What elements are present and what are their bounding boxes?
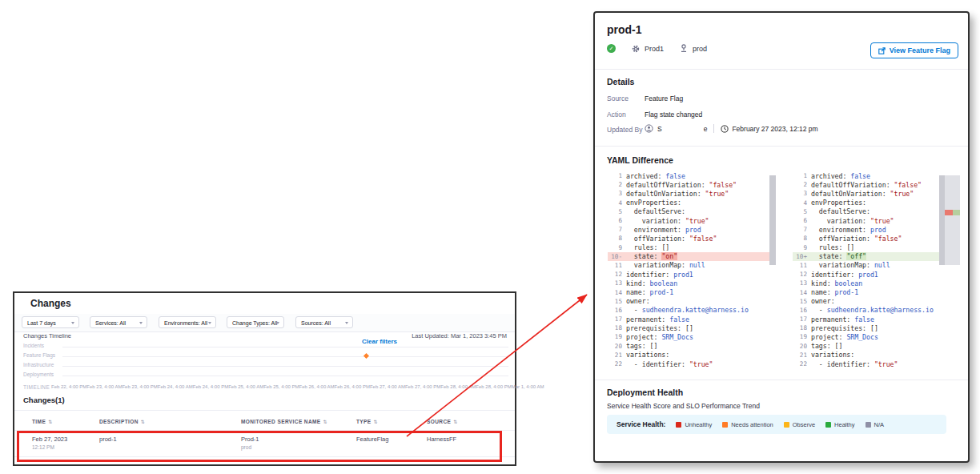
yaml-token: variations: bbox=[626, 351, 669, 359]
legend-color-square bbox=[825, 422, 831, 428]
yaml-token: "false" bbox=[689, 235, 717, 243]
yaml-token: "true" bbox=[705, 190, 729, 198]
timeline-tick-label: Feb 28, 4:00 PM bbox=[476, 384, 511, 389]
yaml-line: 22 - identifier: "true" bbox=[793, 360, 956, 368]
yaml-token: prod bbox=[685, 226, 701, 234]
yaml-token: [] bbox=[685, 324, 693, 332]
cell-source: HarnessFF bbox=[427, 436, 515, 450]
yaml-token: environment: bbox=[811, 226, 870, 234]
changes-table-row[interactable]: Feb 27, 202312:12 PMprod-1Prod-1prodFeat… bbox=[14, 430, 515, 457]
column-header-monitored-service-name[interactable]: MONITORED SERVICE NAME bbox=[241, 419, 356, 424]
yaml-code: defaultOffVariation: "false" bbox=[811, 181, 922, 189]
timeline-ticks: Feb 22, 4:00 PMFeb 23, 4:00 AMFeb 23, 4:… bbox=[51, 384, 512, 389]
deployment-health-subtitle: Service Health Score and SLO Performance… bbox=[607, 402, 760, 410]
yaml-token: permanent: bbox=[811, 315, 854, 323]
line-number: 21 bbox=[793, 351, 811, 359]
yaml-token: prerequisites: bbox=[811, 324, 870, 332]
yaml-token: prod-1 bbox=[835, 288, 859, 296]
yaml-line: 3defaultOnVariation: "true" bbox=[793, 189, 956, 198]
yaml-token: null bbox=[874, 261, 890, 269]
yaml-code: tags: [] bbox=[626, 342, 657, 350]
cell-type: FeatureFlag bbox=[356, 436, 427, 450]
yaml-code: identifier: prod1 bbox=[811, 271, 878, 279]
timeline-rows: IncidentsFeature FlagsInfrastructureDepl… bbox=[14, 341, 515, 380]
yaml-token: "off" bbox=[846, 252, 866, 260]
yaml-token: identifier: bbox=[626, 271, 673, 279]
chevron-down-icon bbox=[139, 322, 143, 324]
line-number: 19 bbox=[608, 333, 626, 340]
diff-added-marker bbox=[953, 210, 960, 215]
yaml-code: name: prod-1 bbox=[626, 288, 673, 296]
line-number: 4 bbox=[793, 199, 811, 207]
chevron-down-icon bbox=[71, 322, 74, 324]
yaml-token: prod-1 bbox=[650, 288, 674, 296]
line-number: 5 bbox=[793, 208, 811, 215]
left-pane-scrollbar[interactable] bbox=[769, 175, 776, 265]
yaml-token: - bbox=[811, 306, 827, 314]
yaml-token: - identifier: bbox=[626, 360, 689, 368]
yaml-token: name: bbox=[626, 288, 650, 296]
legend-item-label: N/A bbox=[874, 421, 885, 428]
filter-dropdown-4[interactable]: Sources: All bbox=[295, 316, 353, 328]
filter-bar: Last 7 daysServices: AllEnvironments: Al… bbox=[14, 314, 515, 332]
filter-dropdown-0[interactable]: Last 7 days bbox=[22, 316, 79, 328]
yaml-token: name: bbox=[811, 288, 835, 296]
filter-dropdown-3[interactable]: Change Types: All bbox=[227, 316, 284, 328]
yaml-token: tags: bbox=[811, 342, 835, 350]
timeline-row: Incidents bbox=[14, 341, 515, 351]
legend-item-needs-attention: Needs attention bbox=[722, 421, 773, 428]
cell-time: Feb 27, 202312:12 PM bbox=[32, 436, 99, 450]
yaml-line: 16 - sudheendra.katte@harness.io bbox=[793, 306, 956, 315]
yaml-code: - identifier: "true" bbox=[626, 360, 713, 368]
view-feature-flag-button[interactable]: View Feature Flag bbox=[870, 42, 958, 58]
timeline-tick-label: Feb 23, 4:00 PM bbox=[122, 384, 157, 389]
yaml-diff-right-pane[interactable]: 1archived: false2defaultOffVariation: "f… bbox=[793, 171, 956, 368]
monitored-service-sub-value: prod bbox=[241, 444, 356, 450]
yaml-token: envProperties: bbox=[626, 199, 681, 207]
yaml-line: 20tags: [] bbox=[608, 342, 771, 351]
line-number: 18 bbox=[608, 324, 626, 331]
column-header-description[interactable]: DESCRIPTION bbox=[99, 419, 241, 424]
yaml-line: 14name: prod-1 bbox=[793, 287, 956, 296]
service-health-label: Service Health: bbox=[617, 420, 665, 428]
yaml-line: 8 offVariation: "false" bbox=[608, 234, 771, 243]
line-number: 19 bbox=[793, 333, 811, 340]
updated-by-first: S bbox=[657, 125, 662, 133]
line-number: 1 bbox=[793, 172, 811, 179]
line-number: 21 bbox=[608, 351, 626, 359]
line-number: 1 bbox=[608, 172, 626, 179]
legend-color-square bbox=[676, 422, 681, 428]
updated-by-last: e bbox=[704, 125, 708, 133]
filter-dropdown-1[interactable]: Services: All bbox=[90, 316, 147, 328]
yaml-line: 17permanent: false bbox=[608, 315, 771, 323]
yaml-token: "true" bbox=[870, 217, 894, 225]
yaml-token: prerequisites: bbox=[626, 324, 685, 332]
yaml-code: variation: "true" bbox=[811, 217, 894, 225]
timeline-tick-label: Feb 25, 4:00 PM bbox=[263, 384, 299, 389]
yaml-line: 20tags: [] bbox=[793, 342, 956, 351]
timeline-tick-label: Feb 25, 4:00 AM bbox=[228, 384, 263, 389]
yaml-diff-left-pane[interactable]: 1archived: false2defaultOffVariation: "f… bbox=[608, 171, 771, 368]
yaml-line: 13kind: boolean bbox=[793, 279, 956, 287]
source-value: Feature Flag bbox=[645, 94, 683, 102]
line-number: 6 bbox=[793, 217, 811, 224]
right-pane-scrollbar[interactable] bbox=[939, 175, 945, 265]
yaml-token: "true" bbox=[685, 217, 709, 225]
feature-flag-change-marker[interactable] bbox=[363, 353, 369, 359]
line-number: 17 bbox=[793, 315, 811, 323]
yaml-code: environment: prod bbox=[811, 226, 886, 234]
column-header-source[interactable]: SOURCE bbox=[427, 419, 515, 424]
filter-dropdown-2[interactable]: Environments: All bbox=[159, 316, 216, 328]
line-number: 20 bbox=[608, 343, 626, 350]
yaml-line: 18prerequisites: [] bbox=[608, 323, 771, 332]
column-header-type[interactable]: TYPE bbox=[356, 419, 427, 424]
source-label: Source bbox=[607, 94, 629, 102]
timeline-row-label: Infrastructure bbox=[23, 362, 54, 368]
yaml-line: 11 variationMap: null bbox=[793, 261, 956, 270]
change-details-panel: prod-1 Prod1 prod View Feature bbox=[593, 11, 970, 463]
column-header-time[interactable]: TIME bbox=[32, 419, 99, 424]
timeline-tick-label: Feb 23, 4:00 AM bbox=[86, 384, 122, 389]
yaml-token: defaultOnVariation: bbox=[626, 190, 705, 198]
updated-by-row: S e February 27 2023, 12:12 pm bbox=[645, 124, 818, 133]
yaml-token: "true" bbox=[874, 360, 898, 368]
